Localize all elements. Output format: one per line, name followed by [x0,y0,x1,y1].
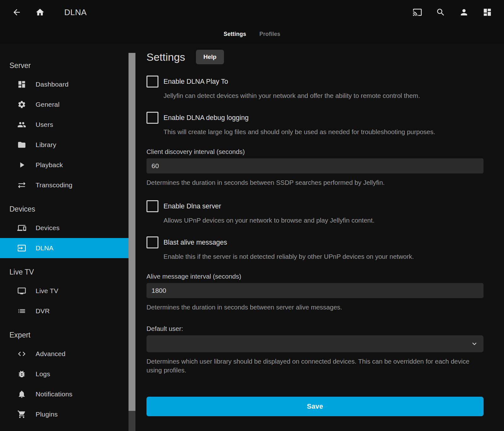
blast-alive-messages-row[interactable]: Blast alive messages [146,236,484,248]
sidebar-section-devices: Devices [9,203,129,215]
dashboard-icon [17,80,26,89]
gear-icon [17,100,26,109]
sidebar-item-plugins[interactable]: Plugins [0,404,129,424]
enable-dlna-debug-logging-description: This will create large log files and sho… [163,128,484,136]
default-user-select[interactable] [146,335,484,352]
input-icon [17,244,26,252]
page-header-title: DLNA [64,8,87,17]
enable-dlna-debug-logging-checkbox[interactable] [146,112,158,124]
sidebar-item-notifications[interactable]: Notifications [0,384,129,404]
sidebar-section-livetv: Live TV [9,266,129,278]
dashboard-shortcut-button[interactable] [480,5,495,20]
sidebar-item-advanced[interactable]: Advanced [0,344,129,364]
swap-arrows-icon [17,181,26,190]
sidebar-item-dlna[interactable]: DLNA [0,238,129,258]
dashboard-icon [483,8,492,17]
devices-icon [17,224,26,232]
bell-icon [17,390,26,399]
tabs-bar: Settings Profiles [0,25,504,43]
dlna-settings-form: Settings Help Enable DLNA Play To Jellyf… [135,43,504,431]
vertical-scrollbar[interactable] [129,43,135,431]
default-user-description: Determines which user library should be … [146,357,484,375]
setting-default-user: Default user: Determines which user libr… [146,325,484,375]
chevron-down-icon [470,340,478,348]
scrollbar-track[interactable] [129,53,135,431]
enable-dlna-play-to-label: Enable DLNA Play To [163,78,228,86]
enable-dlna-debug-logging-label: Enable DLNA debug logging [163,114,249,122]
sidebar-item-label: Advanced [36,350,66,358]
arrow-back-icon [12,8,21,17]
user-profile-button[interactable] [457,5,471,20]
cart-icon [17,410,26,419]
sidebar-item-label: General [36,101,60,108]
back-button[interactable] [9,5,24,20]
sidebar-item-label: DLNA [36,244,54,252]
sidebar-item-devices[interactable]: Devices [0,218,129,238]
users-icon [17,120,26,129]
person-icon [459,8,469,17]
sidebar-item-playback[interactable]: Playback [0,155,129,175]
sidebar-item-label: Dashboard [36,81,69,88]
sidebar-item-label: Users [36,121,53,128]
sidebar-item-label: Library [36,141,56,149]
help-button[interactable]: Help [196,50,224,64]
setting-enable-dlna-play-to: Enable DLNA Play To Jellyfin can detect … [146,76,484,100]
home-button[interactable] [33,5,47,20]
sidebar-item-label: Plugins [36,411,58,418]
sidebar-item-logs[interactable]: Logs [0,364,129,384]
client-discovery-interval-description: Determines the duration in seconds betwe… [146,178,484,187]
app-top-bar: DLNA [0,0,504,25]
sidebar-item-label: Live TV [36,287,58,295]
sidebar-item-label: DVR [36,307,50,315]
alive-message-interval-description: Determines the duration in seconds betwe… [146,303,484,312]
sidebar-item-general[interactable]: General [0,94,129,115]
alive-message-interval-input[interactable] [146,283,484,298]
sidebar-section-server: Server [9,60,129,71]
enable-dlna-play-to-checkbox[interactable] [146,76,158,88]
scrollbar-thumb[interactable] [129,53,135,411]
cast-button[interactable] [410,5,425,20]
sidebar-section-expert: Expert [9,329,129,341]
setting-blast-alive-messages: Blast alive messages Enable this if the … [146,236,484,261]
search-icon [436,8,445,17]
blast-alive-messages-description: Enable this if the server is not detecte… [163,252,484,261]
enable-dlna-play-to-row[interactable]: Enable DLNA Play To [146,76,484,88]
sidebar-item-label: Notifications [36,390,72,398]
code-icon [17,349,26,358]
sidebar-item-label: Logs [36,370,50,378]
search-button[interactable] [433,5,448,20]
client-discovery-interval-label: Client discovery interval (seconds) [146,148,484,156]
sidebar-item-library[interactable]: Library [0,135,129,155]
enable-dlna-server-description: Allows UPnP devices on your network to b… [163,216,484,224]
settings-title: Settings [146,51,185,63]
sidebar-item-transcoding[interactable]: Transcoding [0,175,129,195]
bug-icon [17,370,26,378]
default-user-label: Default user: [146,325,484,332]
setting-alive-message-interval: Alive message interval (seconds) Determi… [146,273,484,312]
tab-settings[interactable]: Settings [223,29,247,39]
save-button[interactable]: Save [146,397,484,416]
setting-client-discovery-interval: Client discovery interval (seconds) Dete… [146,148,484,187]
enable-dlna-play-to-description: Jellyfin can detect devices within your … [163,91,484,100]
sidebar-item-livetv[interactable]: Live TV [0,281,129,301]
blast-alive-messages-checkbox[interactable] [146,236,158,248]
enable-dlna-server-checkbox[interactable] [146,200,158,212]
sidebar-item-label: Playback [36,161,63,169]
enable-dlna-server-row[interactable]: Enable Dlna server [146,200,484,212]
list-icon [17,307,26,315]
sidebar-item-users[interactable]: Users [0,115,129,135]
sidebar-item-label: Devices [36,224,60,232]
setting-enable-dlna-server: Enable Dlna server Allows UPnP devices o… [146,200,484,224]
blast-alive-messages-label: Blast alive messages [163,239,227,247]
home-icon [35,8,45,17]
tab-profiles[interactable]: Profiles [259,29,281,39]
folder-icon [17,140,26,149]
sidebar-item-dvr[interactable]: DVR [0,301,129,321]
enable-dlna-server-label: Enable Dlna server [163,202,221,210]
sidebar-navigation: Server Dashboard General Users Library [0,43,129,431]
client-discovery-interval-input[interactable] [146,158,484,173]
enable-dlna-debug-logging-row[interactable]: Enable DLNA debug logging [146,112,484,124]
cast-icon [413,8,422,17]
sidebar-item-dashboard[interactable]: Dashboard [0,74,129,94]
setting-enable-dlna-debug-logging: Enable DLNA debug logging This will crea… [146,112,484,136]
